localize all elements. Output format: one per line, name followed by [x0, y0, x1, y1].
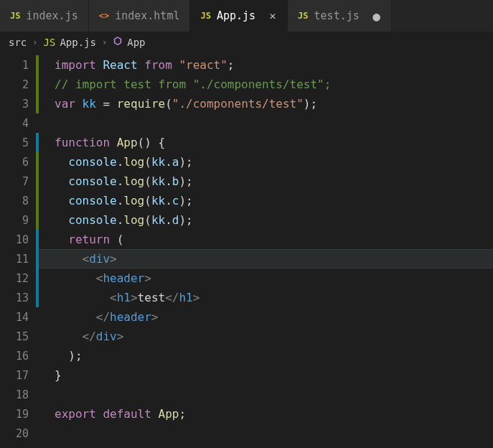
code-line[interactable]: import React from "react"; — [39, 55, 493, 75]
token-default — [96, 58, 103, 72]
token-punct: ; — [186, 174, 193, 188]
token-keyword: from — [144, 58, 172, 72]
code-line[interactable] — [39, 424, 493, 443]
breadcrumb-folder[interactable]: src — [9, 37, 27, 48]
token-func: App — [117, 136, 138, 149]
code-line[interactable]: var kk = require("./components/test"); — [39, 94, 493, 113]
token-keyword: import — [55, 58, 96, 72]
gutter-row: 1 — [0, 55, 39, 75]
symbol-method-icon — [113, 36, 123, 48]
gutter-row: 15 — [0, 327, 39, 346]
tab-test-js[interactable]: JS test.js ● — [288, 0, 392, 32]
gutter-row: 18 — [0, 385, 39, 404]
code-line[interactable]: export default App; — [39, 404, 493, 424]
token-func: log — [123, 155, 144, 169]
gutter-row: 13 — [0, 288, 39, 307]
code-line[interactable]: <h1>test</h1> — [39, 288, 493, 307]
token-tagbr: </ — [96, 310, 110, 324]
token-default — [55, 213, 68, 227]
token-var: kk — [151, 174, 165, 188]
code-line[interactable] — [39, 113, 493, 133]
token-punct: . — [165, 174, 172, 188]
token-default — [55, 174, 68, 188]
code-line[interactable]: console.log(kk.c); — [39, 191, 493, 210]
token-punct: () — [138, 136, 151, 149]
gutter-row: 19 — [0, 404, 39, 424]
token-punct: . — [117, 194, 124, 207]
token-keyword: return — [68, 233, 110, 246]
token-var: console — [68, 194, 116, 207]
token-var: c — [172, 194, 179, 207]
code-line[interactable]: <header> — [39, 269, 493, 288]
token-tag: header — [110, 310, 151, 324]
token-punct: ; — [186, 213, 193, 227]
code-line[interactable]: } — [39, 365, 493, 385]
token-func: log — [123, 174, 144, 188]
line-number: 7 — [0, 175, 36, 188]
code-line[interactable]: console.log(kk.b); — [39, 172, 493, 191]
tab-app-js[interactable]: JS App.js ✕ — [190, 0, 288, 32]
line-number: 15 — [0, 330, 36, 343]
token-punct: ; — [75, 349, 83, 363]
token-tag: div — [96, 330, 117, 343]
token-tag: div — [89, 252, 110, 266]
line-number: 8 — [0, 195, 36, 207]
code-line[interactable]: </header> — [39, 307, 493, 327]
token-default — [55, 271, 96, 285]
token-default — [172, 58, 179, 72]
token-func: log — [123, 213, 144, 227]
gutter-row: 14 — [0, 307, 39, 327]
line-number: 4 — [0, 117, 36, 130]
token-var: d — [172, 213, 179, 227]
token-var: kk — [151, 194, 165, 207]
html-icon: <> — [99, 11, 109, 21]
token-tag: h1 — [117, 291, 131, 304]
token-tagbr: > — [110, 252, 117, 266]
token-punct: . — [165, 155, 172, 169]
gutter-row: 2 — [0, 75, 39, 94]
close-icon[interactable]: ✕ — [268, 9, 277, 22]
token-keyword: default — [103, 407, 151, 421]
breadcrumb[interactable]: src › JS App.js › App — [0, 32, 493, 52]
gutter-row: 6 — [0, 152, 39, 172]
token-var: console — [68, 213, 116, 227]
line-number: 20 — [0, 427, 36, 440]
code-line[interactable]: console.log(kk.d); — [39, 210, 493, 230]
code-line[interactable]: function App() { — [39, 133, 493, 152]
token-punct: ; — [186, 194, 193, 207]
code-line[interactable]: return ( — [39, 230, 493, 249]
gutter-row: 5 — [0, 133, 39, 152]
token-default — [55, 291, 110, 304]
code-line[interactable]: // import test from "./components/test"; — [39, 75, 493, 94]
gutter-row: 4 — [0, 113, 39, 133]
tab-index-html[interactable]: <> index.html — [89, 0, 191, 32]
gutter-row: 12 — [0, 269, 39, 288]
token-default — [110, 97, 117, 111]
token-default — [151, 407, 159, 421]
token-tagbr: > — [117, 330, 124, 343]
token-comment: // import test from "./components/test"; — [55, 78, 331, 91]
token-var: b — [172, 174, 179, 188]
token-default — [55, 155, 68, 169]
token-tagbr: </ — [165, 291, 179, 304]
token-object: kk — [83, 97, 96, 111]
breadcrumb-symbol[interactable]: App — [113, 36, 145, 48]
chevron-right-icon: › — [102, 37, 107, 47]
token-punct: ( — [144, 213, 151, 227]
token-tag: header — [103, 271, 144, 285]
tab-index-js[interactable]: JS index.js — [0, 0, 89, 32]
code-area[interactable]: import React from "react";// import test… — [39, 52, 493, 443]
token-var: console — [68, 155, 116, 169]
tab-label: index.js — [26, 9, 78, 22]
code-editor[interactable]: 1234567891011121314151617181920 import R… — [0, 52, 493, 443]
code-line[interactable]: console.log(kk.a); — [39, 152, 493, 172]
token-punct: ( — [144, 174, 151, 188]
js-icon: JS — [44, 37, 56, 48]
code-line[interactable] — [39, 385, 493, 404]
token-punct: { — [159, 136, 166, 149]
code-line[interactable]: </div> — [39, 327, 493, 346]
code-line[interactable]: ); — [39, 346, 493, 365]
code-line[interactable]: <div> — [39, 249, 493, 269]
breadcrumb-file[interactable]: JS App.js — [44, 37, 96, 48]
token-string: "./components/test" — [172, 97, 304, 111]
